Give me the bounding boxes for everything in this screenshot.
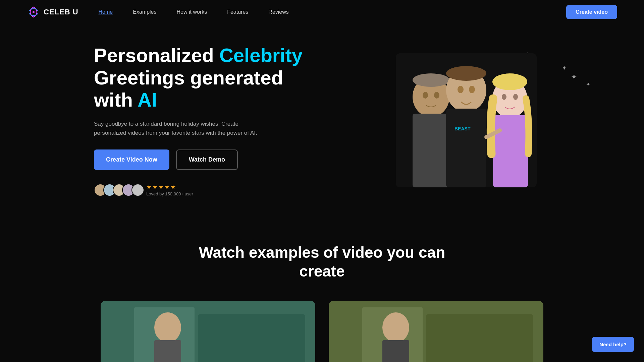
hero-title: Personalized Celebrity Greetings generat…	[94, 44, 315, 111]
svg-point-6	[413, 73, 449, 87]
svg-text:BEAST: BEAST	[454, 126, 471, 131]
video-grid	[94, 301, 550, 362]
svg-rect-3	[413, 114, 449, 187]
video-thumbnail-1	[101, 301, 315, 362]
loved-text: Loved by 150,000+ user	[146, 191, 193, 196]
nav-create-video-button[interactable]: Create video	[566, 5, 617, 19]
star-rating: ★★★★★	[146, 183, 193, 191]
avatar-stack	[94, 184, 141, 196]
svg-point-0	[33, 11, 35, 13]
hero-section: Personalized Celebrity Greetings generat…	[0, 24, 644, 217]
svg-point-16	[513, 94, 518, 100]
svg-point-12	[446, 66, 486, 81]
need-help-button[interactable]: Need help?	[592, 337, 634, 352]
svg-point-21	[154, 312, 181, 343]
svg-rect-28	[426, 314, 533, 362]
logo[interactable]: CELEB U	[27, 5, 78, 19]
svg-point-4	[423, 92, 428, 99]
star-decoration-10: ✦	[562, 64, 567, 72]
video-card-2[interactable]	[329, 301, 543, 362]
avatar-5	[131, 184, 144, 196]
video-thumb-svg-2	[329, 301, 543, 362]
watch-demo-button[interactable]: Watch Demo	[176, 149, 238, 170]
examples-section: Watch examples of video you can create	[0, 217, 644, 362]
nav-how-it-works[interactable]: How it works	[177, 9, 207, 15]
svg-point-10	[458, 86, 464, 93]
social-proof: ★★★★★ Loved by 150,000+ user	[94, 183, 315, 196]
star-decoration-9: ✦	[586, 81, 590, 87]
nav-links: Home Examples How it works Features Revi…	[99, 9, 566, 15]
hero-image: BEAST	[315, 53, 550, 187]
nav-examples[interactable]: Examples	[133, 9, 156, 15]
svg-rect-27	[382, 340, 409, 362]
hero-buttons: Create Video Now Watch Demo	[94, 149, 315, 170]
stars-row: ★★★★★ Loved by 150,000+ user	[146, 183, 193, 196]
examples-title: Watch examples of video you can create	[94, 243, 550, 280]
svg-rect-23	[198, 314, 305, 362]
navbar: CELEB U Home Examples How it works Featu…	[0, 0, 644, 24]
video-thumbnail-2	[329, 301, 543, 362]
hero-content: Personalized Celebrity Greetings generat…	[94, 44, 315, 196]
star-decoration-8: ✦	[571, 73, 577, 81]
svg-rect-14	[493, 115, 528, 187]
nav-features[interactable]: Features	[227, 9, 248, 15]
examples-title-line1: Watch examples of video you can	[199, 244, 445, 261]
hero-title-part2: Greetings generated with	[94, 67, 283, 111]
svg-point-15	[502, 94, 506, 100]
svg-rect-8	[446, 109, 486, 187]
nav-reviews[interactable]: Reviews	[268, 9, 288, 15]
svg-point-26	[382, 312, 409, 343]
hero-title-celebrity: Celebrity	[219, 44, 303, 66]
celebrity-illustration: BEAST	[396, 53, 537, 187]
svg-point-5	[434, 92, 439, 99]
logo-icon	[27, 5, 40, 19]
celebrity-image-container: BEAST	[396, 53, 537, 187]
video-thumb-svg-1	[101, 301, 315, 362]
svg-point-11	[469, 86, 475, 93]
hero-title-part1: Personalized	[94, 44, 219, 66]
nav-home[interactable]: Home	[99, 9, 113, 15]
hero-title-ai: AI	[138, 89, 157, 111]
svg-point-17	[492, 73, 527, 90]
logo-text: CELEB U	[44, 8, 78, 16]
examples-title-line2: create	[299, 262, 345, 280]
hero-subtitle: Say goodbye to a standard boring holiday…	[94, 119, 268, 137]
create-video-now-button[interactable]: Create Video Now	[94, 149, 169, 170]
svg-rect-22	[154, 340, 181, 362]
video-card-1[interactable]	[101, 301, 315, 362]
